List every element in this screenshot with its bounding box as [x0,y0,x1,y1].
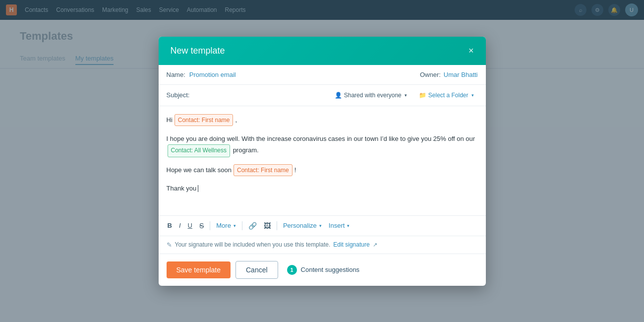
body-text-3: Hope we can talk soon [167,165,232,176]
subject-row: Subject: 👤 Shared with everyone ▾ 📁 Sele… [159,85,486,106]
image-button[interactable]: 🖼 [261,220,274,232]
new-template-modal: New template × Name: Promotion email Own… [159,37,486,286]
toolbar-separator-1 [210,221,210,230]
folder-label: Select a Folder [428,92,468,99]
strikethrough-button[interactable]: S [196,220,207,232]
more-dropdown-button[interactable]: More ▾ [213,220,239,231]
signature-text: Your signature will be included when you… [175,241,331,248]
insert-chevron-icon: ▾ [347,223,350,228]
email-line-2: I hope you are doing well. With the incr… [167,133,478,157]
shared-label: Shared with everyone [344,92,402,99]
shared-with-everyone-button[interactable]: 👤 Shared with everyone ▾ [331,90,411,101]
more-label: More [216,222,231,229]
email-line-3: Hope we can talk soon Contact: First nam… [167,164,478,176]
suggestions-badge: 1 [287,265,297,275]
select-folder-button[interactable]: 📁 Select a Folder ▾ [415,90,478,101]
name-label: Name: [167,71,185,78]
program-text: program. [233,146,259,154]
close-button[interactable]: × [468,46,474,55]
content-suggestions-section: 1 Content suggestions [287,265,360,275]
modal-title: New template [171,46,225,56]
exclamation-text: ! [294,165,296,176]
external-link-icon: ↗ [373,242,377,248]
italic-button[interactable]: I [176,220,184,231]
folder-icon: 📁 [419,92,426,99]
more-chevron-icon: ▾ [234,223,236,228]
insert-label: Insert [329,222,345,229]
bold-button[interactable]: B [165,220,175,231]
name-owner-row: Name: Promotion email Owner: Umar Bhatti [159,65,486,85]
contact-firstname-tag-1[interactable]: Contact: First name [175,114,234,126]
person-icon: 👤 [335,92,342,99]
email-body-editor[interactable]: Hi Contact: First name , I hope you are … [159,106,486,215]
insert-dropdown-button[interactable]: Insert ▾ [326,220,353,231]
comma-text: , [235,115,237,126]
modal-body: Name: Promotion email Owner: Umar Bhatti… [159,65,486,254]
chevron-down-icon-folder: ▾ [471,93,474,98]
edit-signature-link[interactable]: Edit signature [333,241,369,248]
content-suggestions-label[interactable]: Content suggestions [301,266,360,273]
email-line-1: Hi Contact: First name , [167,114,478,126]
cancel-button[interactable]: Cancel [235,261,278,279]
owner-section: Owner: Umar Bhatti [420,71,478,78]
contact-wellness-tag[interactable]: Contact: All Wellness [168,144,231,157]
text-cursor [198,185,198,192]
name-value: Promotion email [189,71,301,78]
toolbar-separator-3 [277,221,277,230]
modal-footer: Save template Cancel 1 Content suggestio… [159,254,486,286]
hi-text: Hi [167,115,173,126]
save-template-button[interactable]: Save template [167,261,231,278]
personalize-chevron-icon: ▾ [319,223,322,228]
toolbar-separator-2 [242,221,242,230]
personalize-dropdown-button[interactable]: Personalize ▾ [280,220,325,231]
subject-input[interactable] [197,91,326,99]
owner-label: Owner: [420,71,441,78]
link-button[interactable]: 🔗 [245,220,260,232]
chevron-down-icon: ▾ [405,93,407,98]
body-text-2: I hope you are doing well. With the incr… [167,135,475,142]
underline-button[interactable]: U [185,220,195,231]
subject-label: Subject: [167,91,190,99]
formatting-toolbar: B I U S More ▾ 🔗 🖼 Personalize ▾ Insert … [159,215,486,236]
thank-you-text: Thank you [167,183,197,194]
owner-value: Umar Bhatti [444,71,478,78]
signature-notice: ✎ Your signature will be included when y… [159,236,486,254]
signature-icon: ✎ [167,241,172,249]
personalize-label: Personalize [283,222,317,229]
email-line-4: Thank you [167,183,478,194]
modal-header: New template × [159,37,486,65]
contact-firstname-tag-2[interactable]: Contact: First name [234,164,293,176]
